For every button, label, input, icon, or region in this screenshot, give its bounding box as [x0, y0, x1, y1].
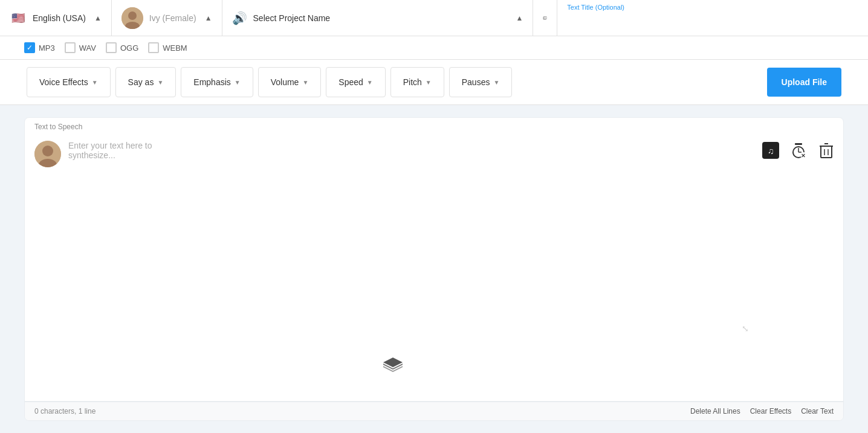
svg-rect-16	[795, 143, 802, 145]
avatar	[121, 7, 143, 29]
say-as-button[interactable]: Say as ▼	[115, 67, 177, 97]
voice-effects-arrow: ▼	[92, 79, 98, 86]
mp3-checkbox[interactable]	[24, 42, 35, 53]
ogg-checkbox[interactable]	[106, 42, 117, 53]
voice-chevron-icon: ▲	[205, 14, 212, 22]
wav-checkbox[interactable]	[65, 42, 76, 53]
format-bar: MP3 WAV OGG WEBM	[0, 36, 868, 60]
new-project-icon	[543, 8, 547, 28]
project-section[interactable]: 🔊 Select Project Name ▲	[222, 0, 534, 36]
speed-label: Speed	[338, 77, 363, 87]
format-mp3[interactable]: MP3	[24, 42, 55, 53]
voice-effects-label: Voice Effects	[39, 77, 88, 87]
layers-icon	[382, 355, 404, 377]
clear-effects-link[interactable]: Clear Effects	[750, 407, 791, 415]
trash-icon-button[interactable]	[817, 141, 836, 160]
tts-label: Text to Speech	[25, 118, 843, 133]
tts-avatar	[34, 141, 61, 167]
text-title-label: Text Title (Optional)	[567, 4, 624, 11]
tts-textarea[interactable]	[68, 141, 178, 334]
voice-effects-button[interactable]: Voice Effects ▼	[27, 67, 111, 97]
toolbar: Voice Effects ▼ Say as ▼ Emphasis ▼ Volu…	[0, 60, 868, 105]
resize-handle-icon: ⤡	[742, 324, 749, 333]
layers-area	[25, 343, 761, 401]
pauses-button[interactable]: Pauses ▼	[449, 67, 513, 97]
pitch-arrow: ▼	[426, 79, 432, 86]
mp3-label: MP3	[39, 43, 55, 53]
toolbar-section: Voice Effects ▼ Say as ▼ Emphasis ▼ Volu…	[24, 60, 844, 104]
chevron-up-icon: ▲	[94, 14, 102, 22]
text-title-section: Text Title (Optional)	[557, 0, 868, 36]
speed-arrow: ▼	[367, 79, 373, 86]
volume-arrow: ▼	[302, 79, 308, 86]
language-selector[interactable]: 🇺🇸 English (USA) ▲	[0, 0, 112, 36]
clear-text-link[interactable]: Clear Text	[801, 407, 834, 415]
text-title-input[interactable]	[567, 10, 858, 28]
say-as-arrow: ▼	[157, 79, 163, 86]
volume-icon: 🔊	[232, 11, 247, 25]
tts-input-row: ⤡	[25, 133, 761, 343]
tts-body: ⤡	[25, 133, 843, 402]
tts-footer: 0 characters, 1 line Delete All Lines Cl…	[25, 402, 843, 420]
timer-icon-button[interactable]: ✕	[789, 141, 808, 160]
pitch-button[interactable]: Pitch ▼	[390, 67, 444, 97]
text-to-speech-section: Text to Speech ⤡	[24, 117, 844, 421]
tts-icons-right: ♫ ✕	[761, 133, 843, 401]
flag-icon: 🇺🇸	[10, 12, 27, 24]
language-label: English (USA)	[33, 13, 86, 23]
emphasis-arrow: ▼	[235, 79, 241, 86]
voice-selector[interactable]: Ivy (Female) ▲	[112, 0, 222, 36]
emphasis-button[interactable]: Emphasis ▼	[181, 67, 253, 97]
pauses-label: Pauses	[462, 77, 490, 87]
top-bar: 🇺🇸 English (USA) ▲ Ivy (Female) ▲ 🔊 Sele…	[0, 0, 868, 36]
svg-point-9	[42, 146, 53, 156]
svg-text:♫: ♫	[768, 146, 774, 156]
webm-label: WEBM	[163, 43, 187, 53]
delete-all-lines-link[interactable]: Delete All Lines	[690, 407, 740, 415]
webm-checkbox[interactable]	[148, 42, 159, 53]
voice-label: Ivy (Female)	[149, 13, 196, 23]
format-ogg[interactable]: OGG	[106, 42, 138, 53]
volume-button[interactable]: Volume ▼	[258, 67, 322, 97]
char-count: 0 characters, 1 line	[34, 407, 96, 415]
svg-rect-22	[821, 146, 832, 158]
music-icon-button[interactable]: ♫	[761, 141, 780, 160]
pauses-arrow: ▼	[493, 79, 499, 86]
project-chevron-icon: ▲	[516, 14, 523, 22]
svg-point-1	[128, 11, 137, 20]
format-wav[interactable]: WAV	[65, 42, 96, 53]
main-content: Text to Speech ⤡	[0, 105, 868, 433]
project-name-label: Select Project Name	[253, 13, 508, 23]
new-project-button[interactable]	[533, 0, 557, 36]
format-webm[interactable]: WEBM	[148, 42, 187, 53]
upload-file-button[interactable]: Upload File	[767, 68, 841, 97]
footer-actions: Delete All Lines Clear Effects Clear Tex…	[690, 407, 834, 415]
textarea-wrapper: ⤡	[68, 141, 751, 336]
say-as-label: Say as	[128, 77, 154, 87]
ogg-label: OGG	[120, 43, 138, 53]
emphasis-label: Emphasis	[193, 77, 230, 87]
speed-button[interactable]: Speed ▼	[326, 67, 385, 97]
volume-label: Volume	[271, 77, 299, 87]
wav-label: WAV	[79, 43, 96, 53]
pitch-label: Pitch	[403, 77, 422, 87]
tts-writing-area: ⤡	[25, 133, 761, 401]
svg-text:✕: ✕	[801, 153, 806, 159]
